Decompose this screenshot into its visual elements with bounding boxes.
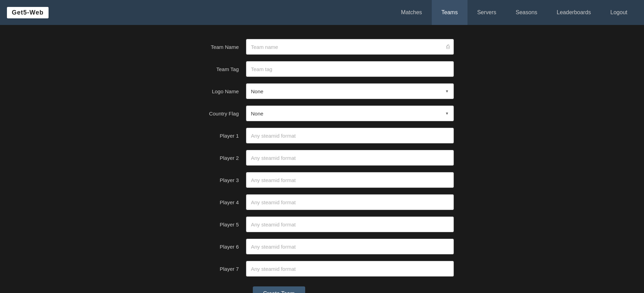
team-name-wrapper: ⎙ [246,39,454,55]
team-tag-row: Team Tag [190,61,454,77]
country-flag-select[interactable]: None [246,105,454,121]
country-flag-wrapper: None [246,105,454,121]
logo-name-row: Logo Name None [190,83,454,99]
player7-input[interactable] [246,261,454,277]
country-flag-row: Country Flag None [190,105,454,121]
player7-row: Player 7 [190,261,454,277]
create-team-button[interactable]: Create Team [253,286,305,293]
nav-teams[interactable]: Teams [432,0,467,25]
team-name-row: Team Name ⎙ [190,39,454,55]
player6-label: Player 6 [190,244,246,250]
team-tag-label: Team Tag [190,66,246,72]
player5-label: Player 5 [190,222,246,227]
player2-input[interactable] [246,150,454,166]
nav-seasons[interactable]: Seasons [506,0,547,25]
create-team-form: Team Name ⎙ Team Tag Logo Name None Coun… [183,39,461,293]
player6-input[interactable] [246,239,454,255]
player6-row: Player 6 [190,239,454,255]
logo-name-label: Logo Name [190,88,246,94]
player7-label: Player 7 [190,266,246,272]
player5-input[interactable] [246,216,454,232]
brand-logo: Get5-Web [7,7,49,18]
player1-input[interactable] [246,128,454,144]
player5-row: Player 5 [190,216,454,232]
logo-name-select[interactable]: None [246,83,454,99]
nav-logout[interactable]: Logout [601,0,637,25]
navbar: Get5-Web Matches Teams Servers Seasons L… [0,0,644,25]
team-name-label: Team Name [190,44,246,50]
player2-row: Player 2 [190,150,454,166]
team-tag-input[interactable] [246,61,454,77]
logo-name-wrapper: None [246,83,454,99]
player3-row: Player 3 [190,172,454,188]
country-flag-label: Country Flag [190,111,246,117]
team-name-input[interactable] [246,39,454,55]
player3-input[interactable] [246,172,454,188]
player4-input[interactable] [246,194,454,210]
player4-row: Player 4 [190,194,454,210]
player3-label: Player 3 [190,177,246,183]
nav-servers[interactable]: Servers [467,0,506,25]
player1-row: Player 1 [190,128,454,144]
nav-matches[interactable]: Matches [391,0,431,25]
input-icon: ⎙ [446,44,450,50]
player2-label: Player 2 [190,155,246,161]
navbar-links: Matches Teams Servers Seasons Leaderboar… [391,0,637,25]
player4-label: Player 4 [190,199,246,205]
nav-leaderboards[interactable]: Leaderboards [547,0,601,25]
player1-label: Player 1 [190,133,246,139]
